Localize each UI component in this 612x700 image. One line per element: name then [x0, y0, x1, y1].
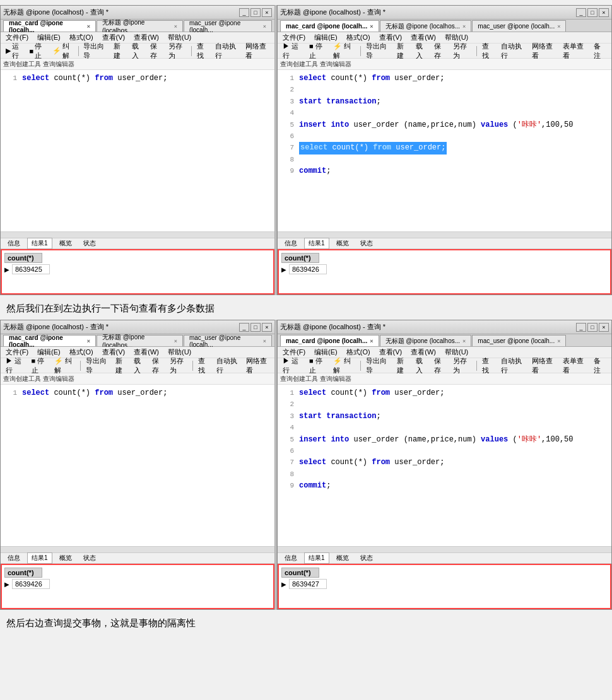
- close-btn-2[interactable]: ×: [262, 323, 272, 332]
- right-minimize-btn-1[interactable]: _: [576, 8, 586, 17]
- result-tab-info-1[interactable]: 信息: [3, 238, 25, 249]
- right-sql-line-7: 7 select count(*) from user_order;: [283, 142, 609, 154]
- tb-sep-1a: [78, 46, 79, 56]
- left-result-grid-2: count(*) ▶ 8639426: [1, 564, 274, 609]
- left2-tb-sep-2: [192, 361, 193, 371]
- maximize-btn-1[interactable]: □: [250, 8, 261, 17]
- right-maximize-btn-1[interactable]: □: [587, 8, 597, 17]
- right-hscroll-1[interactable]: [278, 231, 611, 238]
- result-tab-overview-1[interactable]: 概览: [55, 238, 76, 249]
- right-result-grid-1: count(*) ▶ 8639426: [278, 249, 611, 295]
- minimize-btn-2[interactable]: _: [239, 323, 249, 332]
- left2-sql-line-1: 1 select count(*) from user_order;: [6, 387, 272, 399]
- right-wtab-2-3[interactable]: mac_user @ipone (localh...×: [472, 335, 566, 346]
- right2-sql-line-8: 8: [283, 469, 609, 481]
- right2-result-tab-status[interactable]: 状态: [356, 552, 377, 564]
- left-wtab-2-3[interactable]: mac_user @ipone (localh...×: [184, 335, 272, 346]
- left-window-tabs-2: mac_card @ipone (localh...× 无标题 @ipone (…: [1, 334, 274, 347]
- right-wtab-2-2[interactable]: 无标题 @ipone (localhos...×: [380, 335, 472, 346]
- right-sql-line-6: 6: [283, 131, 609, 143]
- right-subtool-1: 查询创建工具 查询编辑器: [278, 59, 611, 70]
- right-panel-1: 无标题 @ipone (localhost) - 查询 * _ □ × mac_…: [277, 5, 612, 295]
- result-tab-status-1[interactable]: 状态: [79, 238, 100, 249]
- left-toolbar-1: ▶ 运行 ■ 停止 ⚡ 纠解 导出向导 新建 载入 保存 另存为 查找 自动执行…: [1, 44, 274, 59]
- left-wtab-1-2[interactable]: 无标题 @ipone (localhos...×: [97, 20, 183, 32]
- left2-grid-header: count(*): [4, 568, 271, 578]
- minimize-btn-1[interactable]: _: [239, 8, 249, 17]
- right-toolbar-2: ▶ 运行 ■ 停止 ⚡ 纠解 导出向导 新建 载入 保存 另存为 查找 自动执行…: [278, 358, 611, 373]
- right2-sql-line-6: 6: [283, 446, 609, 457]
- left-wtab-1-1[interactable]: mac_card @ipone (localh...×: [3, 20, 96, 32]
- maximize-btn-2[interactable]: □: [250, 323, 261, 332]
- right-subtool-2: 查询创建工具 查询编辑器: [278, 373, 611, 385]
- right2-sql-line-1: 1 select count(*) from user_order;: [283, 387, 609, 399]
- right-title-text-2: 无标题 @ipone (localhost) - 查询 *: [280, 322, 385, 332]
- left2-result-tab-overview[interactable]: 概览: [55, 552, 76, 564]
- right-result-tabs-1: 信息 结果1 概览 状态: [278, 238, 611, 249]
- screenshot-row-1: 无标题 @ipone (localhost) - 查询 * _ □ × mac_…: [0, 5, 612, 295]
- right-grid-row-1: ▶ 8639426: [281, 264, 608, 274]
- right2-result-tab-info[interactable]: 信息: [280, 552, 302, 564]
- page-container: 无标题 @ipone (localhost) - 查询 * _ □ × mac_…: [0, 0, 612, 639]
- left2-result-tab-info[interactable]: 信息: [3, 552, 25, 564]
- right-wtab-1-1[interactable]: mac_card @ipone (localh...×: [280, 20, 379, 32]
- win-buttons-2[interactable]: _ □ ×: [239, 323, 272, 332]
- right-sql-editor-1[interactable]: 1 select count(*) from user_order; 2 3 s…: [278, 70, 611, 231]
- right-sql-line-8: 8: [283, 155, 609, 166]
- result-tab-result1-1[interactable]: 结果1: [27, 238, 52, 249]
- right-tb-sep-1: [360, 46, 361, 56]
- left-sql-editor-2[interactable]: 1 select count(*) from user_order;: [1, 385, 274, 546]
- left-wtab-2-1[interactable]: mac_card @ipone (localh...×: [3, 335, 96, 346]
- right2-result-tab-result1[interactable]: 结果1: [304, 552, 329, 564]
- left-wtab-2-2[interactable]: 无标题 @ipone (localhos...×: [97, 335, 183, 346]
- left-hscroll-1[interactable]: [1, 231, 274, 238]
- left-subtool-2: 查询创建工具 查询编辑器: [1, 373, 274, 385]
- left-panel-1: 无标题 @ipone (localhost) - 查询 * _ □ × mac_…: [0, 5, 274, 295]
- right-tb-sep-2: [476, 46, 477, 56]
- right2-grid-header: count(*): [281, 568, 608, 578]
- right-win-buttons-1[interactable]: _ □ ×: [576, 8, 609, 17]
- right-sql-line-4: 4: [283, 108, 609, 119]
- right-window-tabs-2: mac_card @ipone (localh...× 无标题 @ipone (…: [278, 334, 611, 347]
- left2-grid-row: ▶ 8639426: [4, 579, 271, 589]
- right-wtab-2-1[interactable]: mac_card @ipone (localh...×: [280, 335, 379, 346]
- right-hscroll-2[interactable]: [278, 546, 611, 552]
- right-result-tab-info-1[interactable]: 信息: [280, 238, 302, 249]
- right-sql-line-9: 9 commit;: [283, 165, 609, 177]
- right-titlebar-2: 无标题 @ipone (localhost) - 查询 * _ □ ×: [278, 320, 611, 334]
- right-titlebar-1: 无标题 @ipone (localhost) - 查询 * _ □ ×: [278, 6, 611, 20]
- right2-grid-row: ▶ 8639427: [281, 579, 608, 589]
- right-sql-line-2: 2: [283, 85, 609, 96]
- right-sql-line-3: 3 start transaction;: [283, 96, 609, 108]
- screenshot-row-2: 无标题 @ipone (localhost) - 查询 * _ □ × mac_…: [0, 320, 612, 610]
- win-buttons-1[interactable]: _ □ ×: [239, 8, 272, 17]
- right-minimize-btn-2[interactable]: _: [576, 323, 586, 332]
- left2-result-tab-result1[interactable]: 结果1: [27, 552, 52, 564]
- right-close-btn-2[interactable]: ×: [599, 323, 609, 332]
- left-subtool-1: 查询创建工具 查询编辑器: [1, 59, 274, 70]
- right-result-tab-status-1[interactable]: 状态: [356, 238, 377, 249]
- right-close-btn-1[interactable]: ×: [599, 8, 609, 17]
- right-toolbar-1: ▶ 运行 ■ 停止 ⚡ 纠解 导出向导 新建 载入 保存 另存为 查找 自动执行…: [278, 44, 611, 59]
- left-wtab-1-3[interactable]: mac_user @ipone (localh...×: [184, 20, 272, 32]
- right-sql-editor-2[interactable]: 1 select count(*) from user_order; 2 3 s…: [278, 385, 611, 546]
- left-window-tabs-1: mac_card @ipone (localh...× 无标题 @ipone (…: [1, 20, 274, 32]
- right2-result-tab-overview[interactable]: 概览: [332, 552, 353, 564]
- right-result-tabs-2: 信息 结果1 概览 状态: [278, 552, 611, 564]
- left-title-text-1: 无标题 @ipone (localhost) - 查询 *: [3, 8, 109, 17]
- right-result-tab-overview-1[interactable]: 概览: [332, 238, 353, 249]
- close-btn-1[interactable]: ×: [262, 8, 272, 17]
- left2-result-tab-status[interactable]: 状态: [79, 552, 100, 564]
- right-title-text-1: 无标题 @ipone (localhost) - 查询 *: [280, 8, 385, 17]
- left-hscroll-2[interactable]: [1, 546, 274, 552]
- right2-tb-sep-2: [476, 361, 477, 371]
- right-wtab-1-3[interactable]: mac_user @ipone (localh...×: [472, 20, 566, 32]
- sql-line-1-1: 1 select count(*) from user_order;: [6, 73, 272, 85]
- left-sql-editor-1[interactable]: 1 select count(*) from user_order;: [1, 70, 274, 231]
- right-wtab-1-2[interactable]: 无标题 @ipone (localhos...×: [380, 20, 472, 32]
- tb-sep-1b: [191, 46, 192, 56]
- right-maximize-btn-2[interactable]: □: [587, 323, 597, 332]
- right-result-tab-result1-1[interactable]: 结果1: [304, 238, 329, 249]
- right-win-buttons-2[interactable]: _ □ ×: [576, 323, 609, 332]
- right-result-grid-2: count(*) ▶ 8639427: [278, 564, 611, 609]
